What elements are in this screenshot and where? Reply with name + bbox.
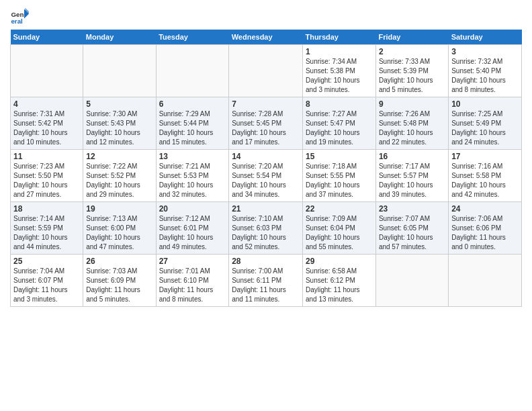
day-number: 23	[379, 204, 445, 214]
day-number: 3	[451, 47, 519, 56]
day-number: 12	[86, 152, 152, 161]
day-cell: 1Sunrise: 7:34 AM Sunset: 5:38 PM Daylig…	[302, 45, 375, 97]
day-info: Sunrise: 7:07 AM Sunset: 6:05 PM Dayligh…	[379, 214, 445, 252]
header-row: SundayMondayTuesdayWednesdayThursdayFrid…	[11, 30, 522, 45]
day-cell: 25Sunrise: 7:04 AM Sunset: 6:07 PM Dayli…	[11, 255, 83, 307]
logo-icon: Gen eral	[10, 7, 29, 26]
column-header-sunday: Sunday	[11, 30, 83, 45]
day-cell: 10Sunrise: 7:25 AM Sunset: 5:49 PM Dayli…	[449, 97, 522, 150]
day-cell	[375, 255, 448, 307]
day-info: Sunrise: 7:13 AM Sunset: 6:00 PM Dayligh…	[86, 214, 152, 252]
day-cell: 8Sunrise: 7:27 AM Sunset: 5:47 PM Daylig…	[302, 97, 375, 150]
day-cell	[449, 255, 522, 307]
day-cell: 4Sunrise: 7:31 AM Sunset: 5:42 PM Daylig…	[11, 97, 83, 150]
day-info: Sunrise: 7:23 AM Sunset: 5:50 PM Dayligh…	[13, 162, 80, 199]
day-number: 10	[451, 99, 519, 109]
day-number: 9	[379, 99, 445, 109]
day-info: Sunrise: 7:04 AM Sunset: 6:07 PM Dayligh…	[13, 267, 80, 304]
day-cell: 11Sunrise: 7:23 AM Sunset: 5:50 PM Dayli…	[11, 150, 83, 202]
day-number: 16	[379, 152, 445, 161]
day-cell: 19Sunrise: 7:13 AM Sunset: 6:00 PM Dayli…	[83, 202, 156, 255]
column-header-saturday: Saturday	[449, 30, 522, 45]
day-number: 1	[306, 47, 373, 56]
week-row-1: 1Sunrise: 7:34 AM Sunset: 5:38 PM Daylig…	[11, 45, 522, 97]
day-cell: 13Sunrise: 7:21 AM Sunset: 5:53 PM Dayli…	[156, 150, 229, 202]
day-number: 6	[159, 99, 226, 109]
day-cell: 17Sunrise: 7:16 AM Sunset: 5:58 PM Dayli…	[449, 150, 522, 202]
week-row-5: 25Sunrise: 7:04 AM Sunset: 6:07 PM Dayli…	[11, 255, 522, 307]
day-cell	[83, 45, 156, 97]
day-number: 8	[306, 99, 373, 109]
day-info: Sunrise: 7:20 AM Sunset: 5:54 PM Dayligh…	[232, 162, 300, 199]
day-number: 4	[13, 99, 80, 109]
week-row-3: 11Sunrise: 7:23 AM Sunset: 5:50 PM Dayli…	[11, 150, 522, 202]
day-cell: 3Sunrise: 7:32 AM Sunset: 5:40 PM Daylig…	[449, 45, 522, 97]
day-number: 11	[13, 152, 80, 161]
day-info: Sunrise: 7:32 AM Sunset: 5:40 PM Dayligh…	[451, 57, 519, 95]
day-cell: 20Sunrise: 7:12 AM Sunset: 6:01 PM Dayli…	[156, 202, 229, 255]
day-info: Sunrise: 7:30 AM Sunset: 5:43 PM Dayligh…	[86, 109, 152, 147]
week-row-4: 18Sunrise: 7:14 AM Sunset: 5:59 PM Dayli…	[11, 202, 522, 255]
day-number: 13	[159, 152, 226, 161]
day-number: 25	[13, 257, 80, 266]
day-info: Sunrise: 6:58 AM Sunset: 6:12 PM Dayligh…	[306, 267, 373, 304]
day-cell	[156, 45, 229, 97]
day-number: 15	[306, 152, 373, 161]
day-cell: 5Sunrise: 7:30 AM Sunset: 5:43 PM Daylig…	[83, 97, 156, 150]
column-header-wednesday: Wednesday	[229, 30, 303, 45]
day-info: Sunrise: 7:31 AM Sunset: 5:42 PM Dayligh…	[13, 109, 80, 147]
day-cell: 21Sunrise: 7:10 AM Sunset: 6:03 PM Dayli…	[229, 202, 303, 255]
column-header-tuesday: Tuesday	[156, 30, 229, 45]
day-info: Sunrise: 7:01 AM Sunset: 6:10 PM Dayligh…	[159, 267, 226, 304]
day-info: Sunrise: 7:03 AM Sunset: 6:09 PM Dayligh…	[86, 267, 152, 304]
day-number: 27	[159, 257, 226, 266]
day-number: 26	[86, 257, 152, 266]
column-header-thursday: Thursday	[302, 30, 375, 45]
day-info: Sunrise: 7:21 AM Sunset: 5:53 PM Dayligh…	[159, 162, 226, 199]
day-info: Sunrise: 7:17 AM Sunset: 5:57 PM Dayligh…	[379, 162, 445, 199]
day-number: 5	[86, 99, 152, 109]
day-info: Sunrise: 7:18 AM Sunset: 5:55 PM Dayligh…	[306, 162, 373, 199]
day-cell	[229, 45, 303, 97]
day-number: 2	[379, 47, 445, 56]
day-info: Sunrise: 7:29 AM Sunset: 5:44 PM Dayligh…	[159, 109, 226, 147]
day-cell: 26Sunrise: 7:03 AM Sunset: 6:09 PM Dayli…	[83, 255, 156, 307]
day-cell: 18Sunrise: 7:14 AM Sunset: 5:59 PM Dayli…	[11, 202, 83, 255]
day-info: Sunrise: 7:14 AM Sunset: 5:59 PM Dayligh…	[13, 214, 80, 252]
day-info: Sunrise: 7:16 AM Sunset: 5:58 PM Dayligh…	[451, 162, 519, 199]
day-cell: 2Sunrise: 7:33 AM Sunset: 5:39 PM Daylig…	[375, 45, 448, 97]
day-cell: 14Sunrise: 7:20 AM Sunset: 5:54 PM Dayli…	[229, 150, 303, 202]
day-cell: 15Sunrise: 7:18 AM Sunset: 5:55 PM Dayli…	[302, 150, 375, 202]
column-header-friday: Friday	[375, 30, 448, 45]
day-cell: 6Sunrise: 7:29 AM Sunset: 5:44 PM Daylig…	[156, 97, 229, 150]
day-number: 21	[232, 204, 300, 214]
header: Gen eral	[10, 7, 522, 26]
day-info: Sunrise: 7:25 AM Sunset: 5:49 PM Dayligh…	[451, 109, 519, 147]
day-number: 29	[306, 257, 373, 266]
day-number: 19	[86, 204, 152, 214]
day-number: 7	[232, 99, 300, 109]
day-cell: 16Sunrise: 7:17 AM Sunset: 5:57 PM Dayli…	[375, 150, 448, 202]
day-info: Sunrise: 7:22 AM Sunset: 5:52 PM Dayligh…	[86, 162, 152, 199]
column-header-monday: Monday	[83, 30, 156, 45]
day-cell: 22Sunrise: 7:09 AM Sunset: 6:04 PM Dayli…	[302, 202, 375, 255]
day-info: Sunrise: 7:34 AM Sunset: 5:38 PM Dayligh…	[306, 57, 373, 95]
day-cell: 12Sunrise: 7:22 AM Sunset: 5:52 PM Dayli…	[83, 150, 156, 202]
calendar-table: SundayMondayTuesdayWednesdayThursdayFrid…	[10, 30, 522, 307]
day-number: 20	[159, 204, 226, 214]
day-number: 14	[232, 152, 300, 161]
day-cell: 29Sunrise: 6:58 AM Sunset: 6:12 PM Dayli…	[302, 255, 375, 307]
day-cell	[11, 45, 83, 97]
day-info: Sunrise: 7:12 AM Sunset: 6:01 PM Dayligh…	[159, 214, 226, 252]
day-cell: 23Sunrise: 7:07 AM Sunset: 6:05 PM Dayli…	[375, 202, 448, 255]
day-cell: 9Sunrise: 7:26 AM Sunset: 5:48 PM Daylig…	[375, 97, 448, 150]
svg-text:eral: eral	[11, 17, 23, 25]
day-info: Sunrise: 7:33 AM Sunset: 5:39 PM Dayligh…	[379, 57, 445, 95]
day-info: Sunrise: 7:28 AM Sunset: 5:45 PM Dayligh…	[232, 109, 300, 147]
logo: Gen eral	[10, 7, 32, 26]
day-info: Sunrise: 7:06 AM Sunset: 6:06 PM Dayligh…	[451, 214, 519, 252]
day-number: 28	[232, 257, 300, 266]
week-row-2: 4Sunrise: 7:31 AM Sunset: 5:42 PM Daylig…	[11, 97, 522, 150]
day-info: Sunrise: 7:00 AM Sunset: 6:11 PM Dayligh…	[232, 267, 300, 304]
day-number: 17	[451, 152, 519, 161]
